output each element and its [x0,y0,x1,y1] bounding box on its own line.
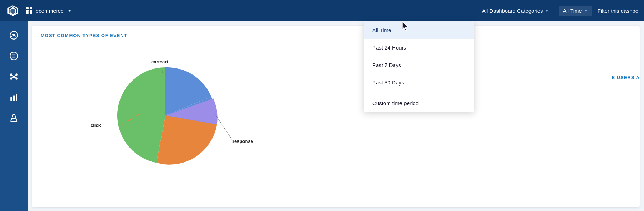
filter-label: Filter this dashbo [598,8,638,14]
svg-marker-1 [10,8,16,15]
gauge-icon [9,31,19,40]
chart-area: cartcart click response [55,51,305,194]
svg-rect-7 [30,12,32,14]
right-panel-label: E USERS A [612,75,640,80]
dropdown-item-past-24h[interactable]: Past 24 Hours [364,39,474,56]
app-selector-icon [26,7,33,14]
svg-rect-2 [26,7,29,9]
pie-chart-svg [112,62,219,169]
sidebar [0,21,28,211]
chart-label-response: response [232,139,253,144]
time-dropdown-menu: All Time Past 24 Hours Past 7 Days Past … [364,21,474,112]
dropdown-item-all-time[interactable]: All Time [364,21,474,39]
bar-chart-icon [9,93,19,102]
svg-rect-23 [10,97,12,101]
sidebar-item-lab[interactable] [3,108,25,128]
svg-rect-3 [30,7,32,9]
chart-label-click: click [91,123,101,128]
dropdown-divider [364,93,474,93]
svg-rect-6 [26,12,29,14]
app-chevron-icon: ▼ [68,9,71,13]
svg-rect-24 [13,96,15,101]
app-selector[interactable]: ecommerce ▼ [26,7,71,14]
svg-rect-25 [16,94,17,101]
time-dropdown-btn[interactable]: All Time ▼ [559,6,592,16]
list-icon [9,51,19,61]
dropdown-item-custom[interactable]: Custom time period [364,94,474,112]
flask-icon [9,113,19,123]
sidebar-item-dashboard[interactable] [3,26,25,45]
network-icon [9,72,19,81]
dashboard-panel: MOST COMMON TYPES OF EVENT [32,26,640,207]
app-logo[interactable] [6,4,20,18]
categories-label: All Dashboard Categories [482,8,543,14]
main-content: MOST COMMON TYPES OF EVENT [28,21,644,211]
sidebar-item-reports[interactable] [3,46,25,66]
sidebar-item-network[interactable] [3,67,25,86]
app-name: ecommerce [36,8,63,14]
categories-arrow-icon: ▼ [545,9,549,13]
chart-label-cart: cartcart [151,59,168,65]
sidebar-item-analytics[interactable] [3,88,25,107]
panel-divider [41,44,631,44]
time-label: All Time [563,8,582,14]
svg-rect-4 [26,10,29,12]
svg-rect-5 [30,10,32,12]
right-panel: E USERS A [612,75,644,80]
dropdown-item-past-7d[interactable]: Past 7 Days [364,56,474,74]
pie-segment-other [117,67,165,163]
filter-dashboard-btn[interactable]: Filter this dashbo [598,8,638,14]
time-arrow-icon: ▼ [584,9,588,13]
navbar: ecommerce ▼ All Dashboard Categories ▼ A… [0,0,644,21]
panel-title: MOST COMMON TYPES OF EVENT [41,33,631,38]
categories-dropdown-btn[interactable]: All Dashboard Categories ▼ [478,6,553,16]
dropdown-item-past-30d[interactable]: Past 30 Days [364,74,474,91]
